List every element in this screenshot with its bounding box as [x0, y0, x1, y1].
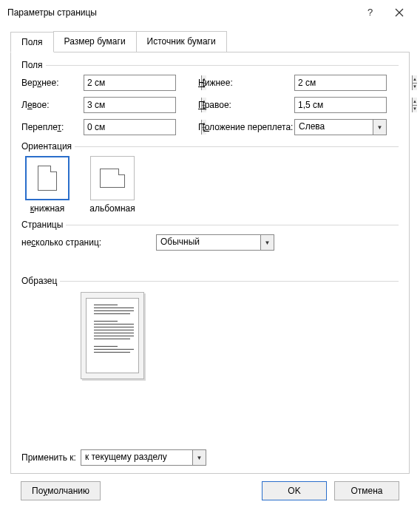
- orientation-landscape-label: альбомная: [89, 203, 135, 214]
- cancel-button[interactable]: Отмена: [334, 481, 399, 500]
- group-margins-label: Поля: [21, 60, 43, 70]
- group-pages-label: Страницы: [21, 220, 63, 230]
- chevron-down-icon: ▼: [192, 450, 206, 465]
- multiple-pages-label: несколько страниц:: [21, 237, 156, 248]
- apply-to-value: к текущему разделу: [81, 450, 192, 465]
- spin-down-icon[interactable]: ▼: [413, 84, 417, 91]
- svg-text:?: ?: [368, 7, 373, 18]
- tab-paper-source[interactable]: Источник бумаги: [136, 31, 227, 52]
- apply-to-select[interactable]: к текущему разделу ▼: [81, 449, 206, 466]
- spin-up-icon[interactable]: ▲: [413, 75, 417, 84]
- multiple-pages-select[interactable]: Обычный ▼: [156, 234, 274, 251]
- gutter-label: Переплет:: [21, 122, 84, 132]
- spin-up-icon[interactable]: ▲: [413, 98, 417, 106]
- tab-panel: Поля Верхнее: ▲▼ Нижнее: ▲▼ Левое: ▲▼ Пр…: [10, 52, 410, 474]
- orientation-portrait[interactable]: книжная: [21, 156, 73, 214]
- bottom-margin-input[interactable]: ▲▼: [294, 75, 387, 91]
- set-default-button[interactable]: По умолчанию: [21, 481, 101, 500]
- titlebar: Параметры страницы ?: [0, 0, 420, 25]
- gutter-position-select[interactable]: Слева ▼: [294, 119, 387, 135]
- gutter-input[interactable]: ▲▼: [84, 119, 176, 135]
- chevron-down-icon: ▼: [260, 235, 274, 250]
- bottom-margin-label: Нижнее:: [176, 78, 294, 88]
- group-orientation-label: Ориентация: [21, 141, 72, 152]
- ok-button[interactable]: OK: [262, 481, 327, 500]
- preview: [81, 292, 144, 379]
- left-margin-label: Левое:: [21, 100, 84, 110]
- tab-paper-size[interactable]: Размер бумаги: [53, 31, 137, 52]
- top-margin-input[interactable]: ▲▼: [84, 75, 176, 91]
- landscape-icon: [100, 169, 125, 188]
- group-margins: Поля: [21, 60, 399, 70]
- top-margin-label: Верхнее:: [21, 78, 84, 88]
- tab-strip: Поля Размер бумаги Источник бумаги: [10, 31, 410, 52]
- multiple-pages-value: Обычный: [157, 235, 260, 250]
- apply-to-label: Применить к:: [21, 452, 76, 463]
- orientation-landscape[interactable]: альбомная: [87, 156, 138, 214]
- portrait-icon: [38, 166, 57, 191]
- group-preview: Образец: [21, 276, 399, 286]
- close-button[interactable]: [385, 1, 414, 24]
- spin-down-icon[interactable]: ▼: [413, 106, 417, 113]
- left-margin-input[interactable]: ▲▼: [84, 97, 176, 113]
- help-button[interactable]: ?: [355, 1, 385, 24]
- group-preview-label: Образец: [21, 276, 57, 286]
- window-title: Параметры страницы: [7, 7, 355, 18]
- gutter-position-value: Слева: [295, 120, 373, 135]
- group-orientation: Ориентация: [21, 141, 399, 152]
- dialog-buttons: По умолчанию OK Отмена: [10, 474, 410, 509]
- preview-page-icon: [86, 298, 139, 373]
- chevron-down-icon: ▼: [373, 120, 386, 135]
- gutter-position-label: Положение переплета:: [176, 122, 294, 132]
- right-margin-label: Правое:: [176, 100, 294, 110]
- right-margin-input[interactable]: ▲▼: [294, 97, 387, 113]
- orientation-portrait-label: книжная: [30, 203, 64, 214]
- group-pages: Страницы: [21, 220, 399, 230]
- tab-margins[interactable]: Поля: [10, 32, 54, 52]
